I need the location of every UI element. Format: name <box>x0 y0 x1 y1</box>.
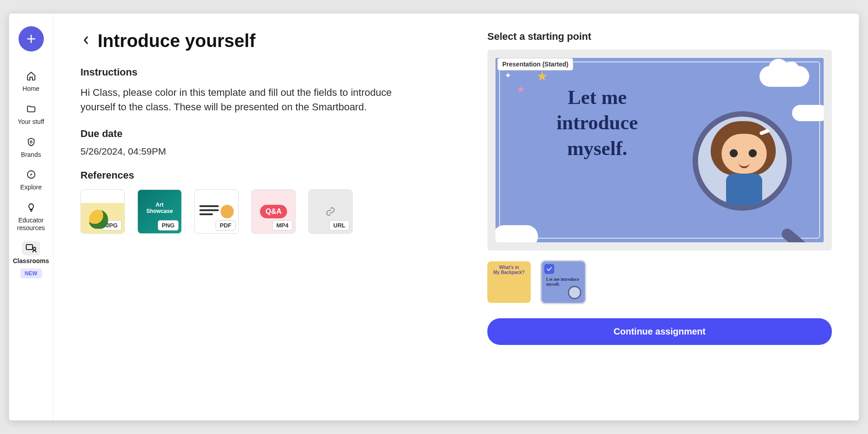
template-thumb-backpack[interactable] <box>487 261 531 303</box>
reference-png[interactable]: PNG <box>137 189 182 234</box>
sidebar-item-yourstuff[interactable]: Your stuff <box>11 97 52 128</box>
sidebar-item-educator[interactable]: Educator resources <box>11 196 52 235</box>
folder-icon <box>26 104 36 114</box>
star-icon: ✦ <box>505 71 512 78</box>
slide-preview: ✦ Let me introduce myself. <box>495 58 824 242</box>
template-preview[interactable]: Presentation (Started) ✦ Let me introduc… <box>487 50 832 250</box>
link-icon <box>326 207 335 217</box>
create-button[interactable] <box>19 26 44 52</box>
sidebar-item-label: Explore <box>20 184 42 191</box>
sidebar-item-home[interactable]: Home <box>11 64 52 95</box>
continue-assignment-button[interactable]: Continue assignment <box>487 318 832 345</box>
page-title: Introduce yourself <box>98 31 255 51</box>
references-heading: References <box>80 170 451 181</box>
chevron-left-icon <box>82 35 90 46</box>
reference-type-badge: MP4 <box>272 220 292 231</box>
sidebar-item-brands[interactable]: B Brands <box>11 130 52 161</box>
thumb-text: Let me introduce myself. <box>546 277 585 287</box>
due-date-value: 5/26/2024, 04:59PM <box>80 146 451 157</box>
bulb-icon <box>26 203 36 212</box>
svg-rect-5 <box>26 245 33 250</box>
template-thumbnails: Let me introduce myself. <box>487 261 832 303</box>
template-status-chip: Presentation (Started) <box>497 58 573 71</box>
sidebar-item-explore[interactable]: Explore <box>11 163 52 194</box>
reference-jpg[interactable]: JPG <box>80 189 125 234</box>
reference-type-badge: URL <box>329 220 349 231</box>
template-thumb-introduce[interactable]: Let me introduce myself. <box>542 261 585 303</box>
due-date-heading: Due date <box>80 128 451 140</box>
references-row: JPG PNG PDF Q&AMP4 URL <box>80 189 451 234</box>
brand-icon: B <box>26 137 36 147</box>
compass-icon <box>26 170 36 179</box>
main-content: Introduce yourself Instructions Hi Class… <box>53 14 859 420</box>
slide-text: Let me introduce myself. <box>527 85 667 161</box>
sidebar-item-label: Classrooms <box>13 257 49 265</box>
reference-type-badge: JPG <box>102 220 122 231</box>
sidebar-item-label: Educator resources <box>11 217 52 232</box>
select-starting-point-heading: Select a starting point <box>487 31 832 42</box>
reference-mp4[interactable]: Q&AMP4 <box>251 189 296 234</box>
cloud-icon <box>760 66 809 87</box>
instructions-heading: Instructions <box>80 66 451 78</box>
sidebar: Home Your stuff B Brands Explore Educato… <box>9 14 53 420</box>
cloud-icon <box>495 225 538 242</box>
sidebar-item-label: Your stuff <box>18 118 44 126</box>
plus-icon <box>26 33 37 44</box>
svg-marker-4 <box>30 174 33 176</box>
reference-url[interactable]: URL <box>308 189 353 234</box>
home-icon <box>26 71 36 81</box>
instructions-text: Hi Class, please color in this template … <box>80 85 415 114</box>
classroom-icon <box>25 243 37 253</box>
reference-type-badge: PDF <box>216 220 236 231</box>
svg-text:B: B <box>30 140 33 144</box>
selected-check-icon <box>544 264 554 274</box>
svg-point-6 <box>33 247 36 250</box>
magnifier-illustration <box>693 111 810 229</box>
girl-illustration <box>706 121 780 212</box>
sidebar-item-label: Home <box>23 85 39 93</box>
reference-pdf[interactable]: PDF <box>194 189 239 234</box>
new-badge: NEW <box>20 269 42 278</box>
sidebar-item-classrooms[interactable]: Classrooms NEW <box>11 236 52 281</box>
sidebar-item-label: Brands <box>21 151 41 159</box>
back-button[interactable] <box>80 33 91 49</box>
reference-type-badge: PNG <box>158 220 179 231</box>
